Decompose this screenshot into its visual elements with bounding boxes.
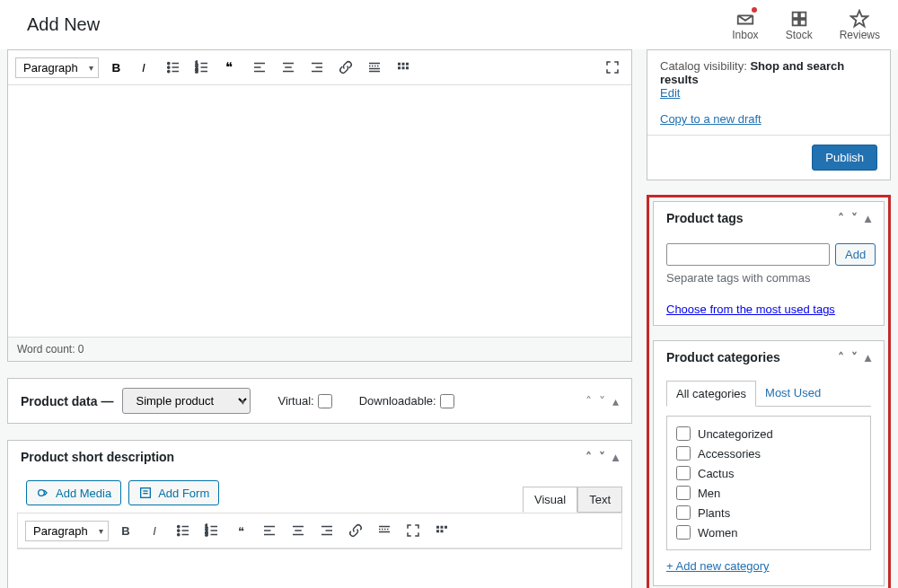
svg-text:3: 3 [196, 68, 198, 74]
toolbar-toggle-button[interactable] [392, 56, 415, 79]
fullscreen-button[interactable] [401, 519, 425, 542]
svg-point-46 [178, 533, 180, 535]
short-desc-header: Product short description ˄ ˅ ▴ [8, 441, 631, 473]
inbox-label: Inbox [732, 29, 758, 41]
align-right-button[interactable] [305, 56, 329, 79]
numbered-list-button[interactable]: 123 [200, 519, 224, 542]
panel-up-icon[interactable]: ˄ [585, 394, 592, 408]
category-item: Women [676, 522, 861, 542]
reviews-button[interactable]: Reviews [840, 9, 880, 41]
reviews-label: Reviews [840, 29, 880, 41]
svg-point-8 [168, 66, 170, 68]
svg-text:3: 3 [206, 531, 208, 537]
product-tags-panel: Product tags ˄˅▴ Add Separate tags with … [653, 201, 885, 326]
tag-input[interactable] [666, 243, 830, 266]
align-left-button[interactable] [258, 519, 281, 542]
product-type-select[interactable]: Simple product [122, 388, 251, 414]
category-checkbox[interactable] [676, 466, 691, 480]
svg-rect-32 [398, 63, 401, 66]
insert-more-button[interactable] [363, 56, 386, 79]
editor-tabs: Visual Text [523, 487, 622, 513]
panel-toggle-icon[interactable]: ▴ [612, 450, 619, 464]
category-checkbox[interactable] [676, 426, 691, 441]
align-center-button[interactable] [277, 56, 300, 79]
header-icons: Inbox Stock Reviews [732, 9, 880, 41]
svg-rect-35 [398, 66, 401, 69]
quote-button[interactable]: ❝ [229, 519, 252, 542]
publish-panel: Catalog visibility: Shop and search resu… [647, 49, 891, 180]
category-tabs: All categories Most Used [666, 381, 871, 407]
add-tag-button[interactable]: Add [835, 243, 876, 266]
format-select[interactable]: Paragraph [15, 57, 99, 78]
short-format-select[interactable]: Paragraph [25, 521, 109, 541]
svg-point-10 [168, 70, 170, 72]
insert-more-button[interactable] [373, 519, 396, 542]
add-media-button[interactable]: Add Media [26, 480, 121, 505]
panel-up-icon[interactable]: ˄ [838, 211, 844, 225]
panel-down-icon[interactable]: ˅ [851, 211, 858, 225]
downloadable-checkbox-label: Downloadable: [359, 394, 454, 408]
sidebar-column: Catalog visibility: Shop and search resu… [647, 49, 891, 588]
add-form-button[interactable]: Add Form [128, 480, 219, 505]
category-list: Uncategorized Accessories Cactus Men Pla… [666, 416, 871, 550]
category-checkbox[interactable] [676, 525, 691, 540]
tab-all-categories[interactable]: All categories [666, 381, 756, 407]
copy-to-draft-link[interactable]: Copy to a new draft [660, 112, 762, 126]
tab-most-used[interactable]: Most Used [756, 381, 830, 406]
publish-button[interactable]: Publish [812, 145, 877, 171]
fullscreen-button[interactable] [601, 56, 624, 79]
align-right-button[interactable] [315, 519, 339, 542]
quote-button[interactable]: ❝ [219, 56, 242, 79]
editor-content-area[interactable] [8, 85, 631, 337]
svg-point-42 [178, 525, 180, 527]
svg-rect-3 [800, 19, 806, 24]
media-icon [36, 486, 50, 500]
svg-rect-66 [436, 526, 439, 529]
align-center-button[interactable] [286, 519, 310, 542]
link-button[interactable] [344, 519, 367, 542]
virtual-checkbox[interactable] [318, 394, 332, 408]
svg-point-44 [178, 530, 180, 531]
stock-button[interactable]: Stock [786, 9, 813, 41]
panel-down-icon[interactable]: ˅ [599, 450, 605, 464]
toolbar-toggle-button[interactable] [430, 519, 453, 542]
italic-button[interactable]: I [143, 519, 166, 542]
media-buttons: Add Media Add Form [17, 473, 228, 513]
panel-up-icon[interactable]: ˄ [838, 350, 844, 364]
panel-down-icon[interactable]: ˅ [599, 394, 605, 408]
svg-text:B: B [112, 61, 121, 75]
svg-rect-2 [792, 19, 797, 24]
link-button[interactable] [334, 56, 357, 79]
bullet-list-button[interactable] [162, 56, 185, 79]
short-desc-toolbar: Paragraph B I 123 ❝ [17, 513, 622, 549]
tab-visual[interactable]: Visual [523, 487, 577, 513]
inbox-button[interactable]: Inbox [732, 9, 758, 41]
bullet-list-button[interactable] [172, 519, 195, 542]
downloadable-checkbox[interactable] [440, 394, 454, 408]
panel-down-icon[interactable]: ˅ [851, 350, 858, 364]
short-desc-editor-area[interactable] [17, 549, 622, 588]
product-data-title: Product data — [21, 394, 113, 408]
category-checkbox[interactable] [676, 446, 691, 461]
add-new-category-link[interactable]: + Add new category [666, 559, 770, 573]
bold-button[interactable]: B [114, 519, 137, 542]
panel-toggle-icon[interactable]: ▴ [865, 211, 871, 225]
virtual-checkbox-label: Virtual: [277, 394, 331, 408]
category-checkbox[interactable] [676, 486, 691, 500]
category-checkbox[interactable] [676, 505, 691, 520]
panel-toggle-icon[interactable]: ▴ [612, 394, 619, 408]
bold-button[interactable]: B [104, 56, 128, 79]
panel-up-icon[interactable]: ˄ [585, 450, 592, 464]
tag-hint: Separate tags with commas [654, 271, 884, 294]
choose-tags-link[interactable]: Choose from the most used tags [666, 303, 835, 316]
edit-visibility-link[interactable]: Edit [660, 86, 680, 100]
svg-rect-68 [445, 526, 447, 529]
catalog-visibility-label: Catalog visibility: [660, 59, 750, 73]
tab-text[interactable]: Text [577, 487, 622, 513]
category-item: Men [676, 483, 861, 503]
italic-button[interactable]: I [133, 56, 156, 79]
numbered-list-button[interactable]: 123 [190, 56, 214, 79]
align-left-button[interactable] [248, 56, 271, 79]
svg-rect-69 [436, 530, 439, 532]
panel-toggle-icon[interactable]: ▴ [865, 350, 871, 364]
